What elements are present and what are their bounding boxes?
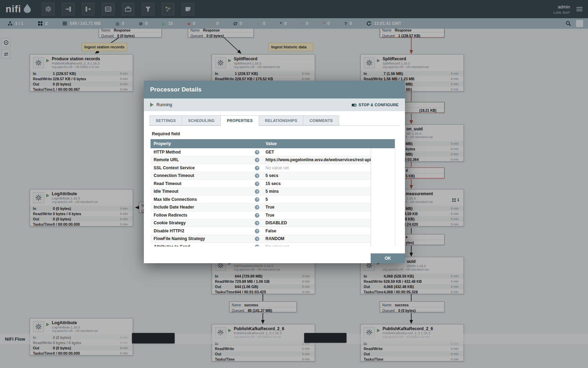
property-name: HTTP Method? bbox=[150, 148, 262, 156]
property-name: Remote URL? bbox=[150, 156, 262, 164]
property-name-text: SSL Context Service bbox=[154, 165, 195, 170]
property-row: FlowFile Naming Strategy?RANDOM bbox=[150, 235, 371, 243]
property-name: Cookie Strategy? bbox=[150, 219, 262, 227]
property-value: No value set bbox=[262, 244, 371, 246]
processor-details-dialog: Processor Details Running STOP & CONFIGU… bbox=[144, 81, 405, 263]
property-name: FlowFile Naming Strategy? bbox=[150, 235, 262, 243]
property-row: Connection Timeout?5 secs bbox=[150, 172, 371, 180]
property-row: HTTP Method?GET bbox=[150, 148, 371, 156]
property-value: 5 mins bbox=[262, 189, 371, 194]
property-row: Cookie Strategy?DISABLED bbox=[150, 219, 371, 227]
property-row: Idle Timeout?5 mins bbox=[150, 188, 371, 196]
property-name-text: Connection Timeout bbox=[154, 173, 194, 178]
property-name-text: Read Timeout bbox=[154, 181, 181, 186]
property-value: 15 secs bbox=[262, 181, 371, 186]
properties-table: Property Value HTTP Method?GETRemote URL… bbox=[150, 139, 395, 246]
property-row: Remote URL?https://www.pegelonline.wsv.d… bbox=[150, 156, 371, 164]
property-name-text: Disable HTTP/2 bbox=[154, 229, 184, 233]
help-icon[interactable]: ? bbox=[255, 197, 259, 202]
required-field-note: Required field bbox=[152, 131, 405, 136]
property-name: Connection Timeout? bbox=[150, 172, 262, 180]
property-row: Disable HTTP/2?False bbox=[150, 227, 371, 235]
help-icon[interactable]: ? bbox=[255, 158, 259, 162]
property-name-text: FlowFile Naming Strategy bbox=[154, 236, 205, 241]
property-value: 5 secs bbox=[262, 173, 371, 178]
value-column-header: Value bbox=[262, 141, 276, 146]
property-name: SSL Context Service? bbox=[150, 164, 262, 172]
stop-and-configure-button[interactable]: STOP & CONFIGURE bbox=[351, 102, 399, 108]
dialog-header: Processor Details bbox=[144, 81, 405, 98]
property-name: Attributes to Send? bbox=[150, 243, 262, 246]
property-name-text: Cookie Strategy bbox=[154, 220, 186, 225]
help-icon[interactable]: ? bbox=[255, 173, 259, 178]
help-icon[interactable]: ? bbox=[255, 213, 259, 218]
property-value: False bbox=[262, 229, 371, 233]
property-value: https://www.pegelonline.wsv.de/webservic… bbox=[262, 157, 371, 162]
property-value: 5 bbox=[262, 197, 371, 202]
property-name-text: Idle Timeout bbox=[154, 189, 178, 194]
tab-comments[interactable]: COMMENTS bbox=[303, 115, 339, 125]
running-status-icon bbox=[150, 103, 154, 107]
dialog-tabs: SETTINGSSCHEDULINGPROPERTIESRELATIONSHIP… bbox=[149, 115, 399, 126]
property-row: Attributes to Send?No value set bbox=[150, 243, 371, 246]
property-column-header: Property bbox=[150, 141, 262, 146]
dialog-title: Processor Details bbox=[150, 86, 202, 93]
property-value: RANDOM bbox=[262, 236, 371, 241]
property-name: Follow Redirects? bbox=[150, 211, 262, 219]
property-value: GET bbox=[262, 150, 371, 155]
help-icon[interactable]: ? bbox=[255, 182, 259, 186]
property-name-text: Attributes to Send bbox=[154, 244, 190, 246]
nifi-app: nifi admin LOG OUT 1 / 12549 / 141.71 MB… bbox=[0, 0, 588, 368]
tab-settings[interactable]: SETTINGS bbox=[149, 115, 182, 125]
property-value: No value set bbox=[262, 165, 371, 170]
property-name: Disable HTTP/2? bbox=[150, 227, 262, 235]
property-value: DISABLED bbox=[262, 220, 371, 225]
tab-scheduling[interactable]: SCHEDULING bbox=[182, 115, 221, 125]
stop-configure-label: STOP & CONFIGURE bbox=[359, 103, 399, 107]
property-name: Idle Timeout? bbox=[150, 188, 262, 196]
help-icon[interactable]: ? bbox=[255, 237, 259, 241]
property-name-text: Follow Redirects bbox=[154, 213, 187, 218]
property-row: Max Idle Connections?5 bbox=[150, 196, 371, 204]
help-icon[interactable]: ? bbox=[255, 205, 259, 210]
help-icon[interactable]: ? bbox=[255, 229, 259, 233]
property-name-text: Max Idle Connections bbox=[154, 197, 197, 202]
property-row: Read Timeout?15 secs bbox=[150, 180, 371, 188]
property-value: True bbox=[262, 205, 371, 210]
ok-button[interactable]: OK bbox=[371, 253, 405, 263]
property-name-text: HTTP Method bbox=[154, 150, 181, 155]
property-row: Follow Redirects?True bbox=[150, 211, 371, 219]
help-icon[interactable]: ? bbox=[255, 245, 259, 247]
property-row: SSL Context Service?No value set bbox=[150, 164, 371, 172]
stop-configure-icon bbox=[351, 102, 357, 108]
help-icon[interactable]: ? bbox=[255, 189, 259, 194]
dialog-status-strip: Running STOP & CONFIGURE bbox=[144, 98, 405, 111]
property-name-text: Include Date Header bbox=[154, 205, 194, 210]
property-name: Include Date Header? bbox=[150, 204, 262, 211]
property-name: Max Idle Connections? bbox=[150, 196, 262, 203]
help-icon[interactable]: ? bbox=[255, 166, 259, 170]
property-row: Include Date Header?True bbox=[150, 204, 371, 212]
property-value: True bbox=[262, 213, 371, 218]
help-icon[interactable]: ? bbox=[255, 150, 259, 155]
property-name: Read Timeout? bbox=[150, 180, 262, 188]
tab-relationships[interactable]: RELATIONSHIPS bbox=[259, 115, 303, 125]
tab-properties[interactable]: PROPERTIES bbox=[221, 115, 259, 126]
properties-table-body: HTTP Method?GETRemote URL?https://www.pe… bbox=[150, 148, 371, 246]
run-status-label: Running bbox=[156, 102, 172, 107]
property-name-text: Remote URL bbox=[154, 157, 179, 162]
properties-table-header: Property Value bbox=[150, 139, 395, 148]
help-icon[interactable]: ? bbox=[255, 221, 259, 225]
